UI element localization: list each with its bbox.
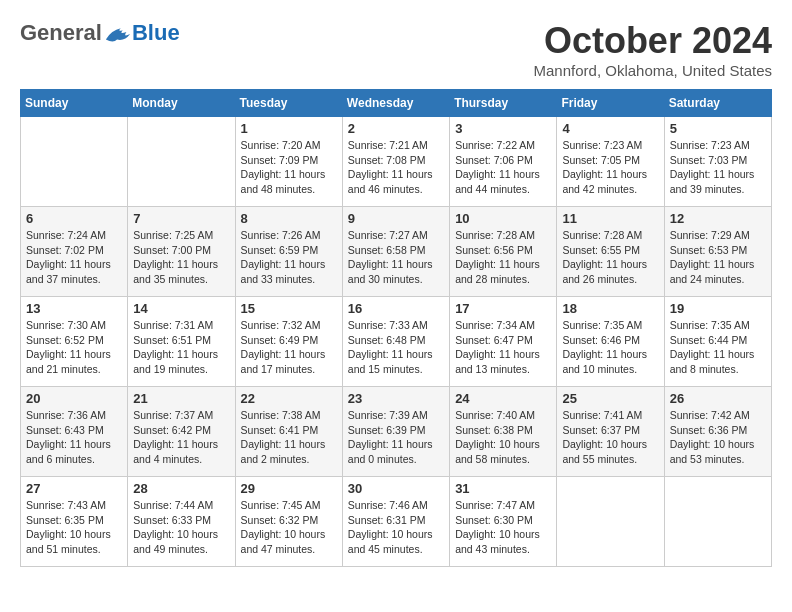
day-info: Sunrise: 7:28 AM Sunset: 6:56 PM Dayligh… bbox=[455, 228, 551, 287]
day-info: Sunrise: 7:23 AM Sunset: 7:03 PM Dayligh… bbox=[670, 138, 766, 197]
table-row: 28Sunrise: 7:44 AM Sunset: 6:33 PM Dayli… bbox=[128, 477, 235, 567]
day-number: 22 bbox=[241, 391, 337, 406]
day-info: Sunrise: 7:35 AM Sunset: 6:46 PM Dayligh… bbox=[562, 318, 658, 377]
table-row bbox=[21, 117, 128, 207]
table-row: 22Sunrise: 7:38 AM Sunset: 6:41 PM Dayli… bbox=[235, 387, 342, 477]
calendar-header-row: Sunday Monday Tuesday Wednesday Thursday… bbox=[21, 90, 772, 117]
page-header: General Blue October 2024 Mannford, Okla… bbox=[20, 20, 772, 79]
calendar-week-row: 1Sunrise: 7:20 AM Sunset: 7:09 PM Daylig… bbox=[21, 117, 772, 207]
table-row: 30Sunrise: 7:46 AM Sunset: 6:31 PM Dayli… bbox=[342, 477, 449, 567]
col-tuesday: Tuesday bbox=[235, 90, 342, 117]
day-info: Sunrise: 7:30 AM Sunset: 6:52 PM Dayligh… bbox=[26, 318, 122, 377]
table-row: 20Sunrise: 7:36 AM Sunset: 6:43 PM Dayli… bbox=[21, 387, 128, 477]
day-info: Sunrise: 7:45 AM Sunset: 6:32 PM Dayligh… bbox=[241, 498, 337, 557]
table-row: 11Sunrise: 7:28 AM Sunset: 6:55 PM Dayli… bbox=[557, 207, 664, 297]
table-row bbox=[664, 477, 771, 567]
table-row bbox=[128, 117, 235, 207]
col-thursday: Thursday bbox=[450, 90, 557, 117]
day-number: 4 bbox=[562, 121, 658, 136]
day-number: 19 bbox=[670, 301, 766, 316]
col-sunday: Sunday bbox=[21, 90, 128, 117]
day-info: Sunrise: 7:25 AM Sunset: 7:00 PM Dayligh… bbox=[133, 228, 229, 287]
day-number: 6 bbox=[26, 211, 122, 226]
table-row: 16Sunrise: 7:33 AM Sunset: 6:48 PM Dayli… bbox=[342, 297, 449, 387]
day-number: 23 bbox=[348, 391, 444, 406]
table-row: 31Sunrise: 7:47 AM Sunset: 6:30 PM Dayli… bbox=[450, 477, 557, 567]
day-info: Sunrise: 7:37 AM Sunset: 6:42 PM Dayligh… bbox=[133, 408, 229, 467]
table-row: 17Sunrise: 7:34 AM Sunset: 6:47 PM Dayli… bbox=[450, 297, 557, 387]
calendar-table: Sunday Monday Tuesday Wednesday Thursday… bbox=[20, 89, 772, 567]
table-row: 23Sunrise: 7:39 AM Sunset: 6:39 PM Dayli… bbox=[342, 387, 449, 477]
table-row: 18Sunrise: 7:35 AM Sunset: 6:46 PM Dayli… bbox=[557, 297, 664, 387]
table-row: 21Sunrise: 7:37 AM Sunset: 6:42 PM Dayli… bbox=[128, 387, 235, 477]
day-info: Sunrise: 7:31 AM Sunset: 6:51 PM Dayligh… bbox=[133, 318, 229, 377]
calendar-week-row: 27Sunrise: 7:43 AM Sunset: 6:35 PM Dayli… bbox=[21, 477, 772, 567]
location: Mannford, Oklahoma, United States bbox=[534, 62, 772, 79]
day-info: Sunrise: 7:29 AM Sunset: 6:53 PM Dayligh… bbox=[670, 228, 766, 287]
table-row: 6Sunrise: 7:24 AM Sunset: 7:02 PM Daylig… bbox=[21, 207, 128, 297]
day-number: 2 bbox=[348, 121, 444, 136]
day-number: 24 bbox=[455, 391, 551, 406]
table-row: 29Sunrise: 7:45 AM Sunset: 6:32 PM Dayli… bbox=[235, 477, 342, 567]
calendar-week-row: 20Sunrise: 7:36 AM Sunset: 6:43 PM Dayli… bbox=[21, 387, 772, 477]
day-number: 31 bbox=[455, 481, 551, 496]
day-info: Sunrise: 7:40 AM Sunset: 6:38 PM Dayligh… bbox=[455, 408, 551, 467]
table-row: 12Sunrise: 7:29 AM Sunset: 6:53 PM Dayli… bbox=[664, 207, 771, 297]
day-number: 21 bbox=[133, 391, 229, 406]
logo-blue: Blue bbox=[132, 20, 180, 46]
table-row: 15Sunrise: 7:32 AM Sunset: 6:49 PM Dayli… bbox=[235, 297, 342, 387]
logo-bird-icon bbox=[104, 22, 132, 44]
day-number: 1 bbox=[241, 121, 337, 136]
day-number: 8 bbox=[241, 211, 337, 226]
day-number: 18 bbox=[562, 301, 658, 316]
day-info: Sunrise: 7:28 AM Sunset: 6:55 PM Dayligh… bbox=[562, 228, 658, 287]
logo: General Blue bbox=[20, 20, 180, 46]
day-number: 11 bbox=[562, 211, 658, 226]
day-number: 25 bbox=[562, 391, 658, 406]
day-number: 28 bbox=[133, 481, 229, 496]
table-row: 4Sunrise: 7:23 AM Sunset: 7:05 PM Daylig… bbox=[557, 117, 664, 207]
calendar-week-row: 13Sunrise: 7:30 AM Sunset: 6:52 PM Dayli… bbox=[21, 297, 772, 387]
day-number: 12 bbox=[670, 211, 766, 226]
day-info: Sunrise: 7:23 AM Sunset: 7:05 PM Dayligh… bbox=[562, 138, 658, 197]
day-number: 26 bbox=[670, 391, 766, 406]
day-info: Sunrise: 7:34 AM Sunset: 6:47 PM Dayligh… bbox=[455, 318, 551, 377]
col-wednesday: Wednesday bbox=[342, 90, 449, 117]
day-info: Sunrise: 7:44 AM Sunset: 6:33 PM Dayligh… bbox=[133, 498, 229, 557]
table-row: 3Sunrise: 7:22 AM Sunset: 7:06 PM Daylig… bbox=[450, 117, 557, 207]
day-info: Sunrise: 7:33 AM Sunset: 6:48 PM Dayligh… bbox=[348, 318, 444, 377]
day-number: 15 bbox=[241, 301, 337, 316]
day-info: Sunrise: 7:39 AM Sunset: 6:39 PM Dayligh… bbox=[348, 408, 444, 467]
day-info: Sunrise: 7:36 AM Sunset: 6:43 PM Dayligh… bbox=[26, 408, 122, 467]
title-block: October 2024 Mannford, Oklahoma, United … bbox=[534, 20, 772, 79]
day-info: Sunrise: 7:26 AM Sunset: 6:59 PM Dayligh… bbox=[241, 228, 337, 287]
day-info: Sunrise: 7:42 AM Sunset: 6:36 PM Dayligh… bbox=[670, 408, 766, 467]
day-info: Sunrise: 7:22 AM Sunset: 7:06 PM Dayligh… bbox=[455, 138, 551, 197]
day-number: 27 bbox=[26, 481, 122, 496]
table-row: 2Sunrise: 7:21 AM Sunset: 7:08 PM Daylig… bbox=[342, 117, 449, 207]
month-title: October 2024 bbox=[534, 20, 772, 62]
col-monday: Monday bbox=[128, 90, 235, 117]
table-row: 7Sunrise: 7:25 AM Sunset: 7:00 PM Daylig… bbox=[128, 207, 235, 297]
day-info: Sunrise: 7:27 AM Sunset: 6:58 PM Dayligh… bbox=[348, 228, 444, 287]
day-number: 29 bbox=[241, 481, 337, 496]
table-row: 8Sunrise: 7:26 AM Sunset: 6:59 PM Daylig… bbox=[235, 207, 342, 297]
table-row: 1Sunrise: 7:20 AM Sunset: 7:09 PM Daylig… bbox=[235, 117, 342, 207]
day-info: Sunrise: 7:32 AM Sunset: 6:49 PM Dayligh… bbox=[241, 318, 337, 377]
table-row: 9Sunrise: 7:27 AM Sunset: 6:58 PM Daylig… bbox=[342, 207, 449, 297]
day-number: 16 bbox=[348, 301, 444, 316]
table-row: 5Sunrise: 7:23 AM Sunset: 7:03 PM Daylig… bbox=[664, 117, 771, 207]
day-info: Sunrise: 7:43 AM Sunset: 6:35 PM Dayligh… bbox=[26, 498, 122, 557]
day-number: 20 bbox=[26, 391, 122, 406]
table-row: 25Sunrise: 7:41 AM Sunset: 6:37 PM Dayli… bbox=[557, 387, 664, 477]
day-number: 10 bbox=[455, 211, 551, 226]
day-number: 30 bbox=[348, 481, 444, 496]
day-info: Sunrise: 7:35 AM Sunset: 6:44 PM Dayligh… bbox=[670, 318, 766, 377]
day-number: 17 bbox=[455, 301, 551, 316]
day-info: Sunrise: 7:41 AM Sunset: 6:37 PM Dayligh… bbox=[562, 408, 658, 467]
table-row: 10Sunrise: 7:28 AM Sunset: 6:56 PM Dayli… bbox=[450, 207, 557, 297]
table-row: 26Sunrise: 7:42 AM Sunset: 6:36 PM Dayli… bbox=[664, 387, 771, 477]
day-number: 5 bbox=[670, 121, 766, 136]
day-info: Sunrise: 7:24 AM Sunset: 7:02 PM Dayligh… bbox=[26, 228, 122, 287]
day-number: 7 bbox=[133, 211, 229, 226]
